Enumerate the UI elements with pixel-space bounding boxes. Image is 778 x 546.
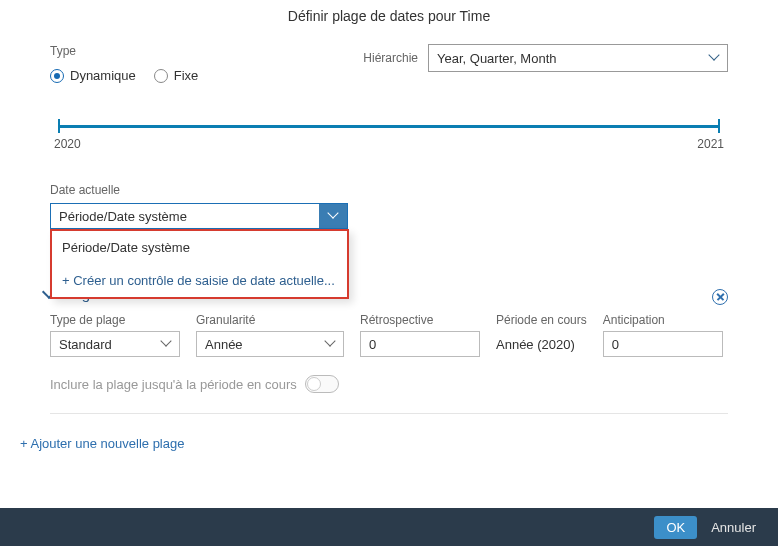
type-label: Type xyxy=(50,44,300,58)
current-date-dropdown: Période/Date système + Créer un contrôle… xyxy=(50,229,349,299)
field-retrospective: Rétrospective 0 xyxy=(360,313,480,357)
cancel-button[interactable]: Annuler xyxy=(711,520,756,535)
dialog-content: Type Dynamique Fixe Hiérarchie Year, Qua… xyxy=(0,30,778,414)
hierarchy-label: Hiérarchie xyxy=(363,51,418,65)
timeline-tick-end xyxy=(718,119,720,133)
granularity-select[interactable]: Année xyxy=(196,331,344,357)
range-remove-button[interactable] xyxy=(712,289,728,305)
dropdown-option-create[interactable]: + Créer un contrôle de saisie de date ac… xyxy=(52,264,347,297)
granularity-label: Granularité xyxy=(196,313,344,327)
anticipation-value: 0 xyxy=(612,337,619,352)
retrospective-value: 0 xyxy=(369,337,376,352)
radio-circle-icon xyxy=(50,69,64,83)
top-row: Type Dynamique Fixe Hiérarchie Year, Qua… xyxy=(50,44,728,83)
dialog-footer: OK Annuler xyxy=(0,508,778,546)
range-fields: Type de plage Standard Granularité Année… xyxy=(50,313,728,357)
range-type-label: Type de plage xyxy=(50,313,180,327)
radio-dynamic-label: Dynamique xyxy=(70,68,136,83)
add-range-button[interactable]: + Ajouter une nouvelle plage xyxy=(20,436,778,451)
include-toggle[interactable] xyxy=(305,375,339,393)
ok-button[interactable]: OK xyxy=(654,516,697,539)
type-radio-group: Dynamique Fixe xyxy=(50,68,300,83)
chevron-down-icon xyxy=(328,211,338,221)
current-date-block: Date actuelle Période/Date système Pério… xyxy=(50,183,728,229)
retrospective-input[interactable]: 0 xyxy=(360,331,480,357)
field-range-type: Type de plage Standard xyxy=(50,313,180,357)
dialog-title: Définir plage de dates pour Time xyxy=(0,0,778,30)
current-date-value: Période/Date système xyxy=(51,204,319,228)
anticipation-input[interactable]: 0 xyxy=(603,331,723,357)
current-date-select-button[interactable] xyxy=(319,204,347,228)
field-anticipation: Anticipation 0 xyxy=(603,313,723,357)
type-block: Type Dynamique Fixe xyxy=(50,44,300,83)
timeline-start-label: 2020 xyxy=(54,137,81,151)
hierarchy-select[interactable]: Year, Quarter, Month xyxy=(428,44,728,72)
hierarchy-block: Hiérarchie Year, Quarter, Month xyxy=(308,44,728,72)
current-date-select-wrap: Période/Date système Période/Date systèm… xyxy=(50,203,728,229)
chevron-down-icon xyxy=(325,339,335,349)
include-label: Inclure la plage jusqu'à la période en c… xyxy=(50,377,297,392)
hierarchy-value: Year, Quarter, Month xyxy=(437,51,556,66)
chevron-down-icon xyxy=(709,53,719,63)
radio-circle-icon xyxy=(154,69,168,83)
field-period-current: Période en cours Année (2020) xyxy=(496,313,587,357)
range-type-value: Standard xyxy=(59,337,112,352)
anticipation-label: Anticipation xyxy=(603,313,723,327)
timeline: 2020 2021 xyxy=(58,119,720,153)
divider xyxy=(50,413,728,414)
range-type-select[interactable]: Standard xyxy=(50,331,180,357)
current-date-label: Date actuelle xyxy=(50,183,728,197)
period-current-label: Période en cours xyxy=(496,313,587,327)
timeline-end-label: 2021 xyxy=(697,137,724,151)
current-date-select[interactable]: Période/Date système xyxy=(50,203,348,229)
current-date-dropdown-pos: Période/Date système + Créer un contrôle… xyxy=(50,229,349,299)
include-row: Inclure la plage jusqu'à la période en c… xyxy=(50,375,728,393)
granularity-value: Année xyxy=(205,337,243,352)
toggle-knob-icon xyxy=(307,377,321,391)
chevron-down-icon xyxy=(161,339,171,349)
range-block: Plage 1 : 2020 - 2020 Type de plage Stan… xyxy=(50,313,728,393)
timeline-bar xyxy=(58,125,720,128)
period-current-value: Année (2020) xyxy=(496,331,587,357)
radio-dynamic[interactable]: Dynamique xyxy=(50,68,136,83)
field-granularity: Granularité Année xyxy=(196,313,344,357)
radio-fixed[interactable]: Fixe xyxy=(154,68,199,83)
timeline-tick-start xyxy=(58,119,60,133)
radio-fixed-label: Fixe xyxy=(174,68,199,83)
retrospective-label: Rétrospective xyxy=(360,313,480,327)
dropdown-option-system[interactable]: Période/Date système xyxy=(52,231,347,264)
